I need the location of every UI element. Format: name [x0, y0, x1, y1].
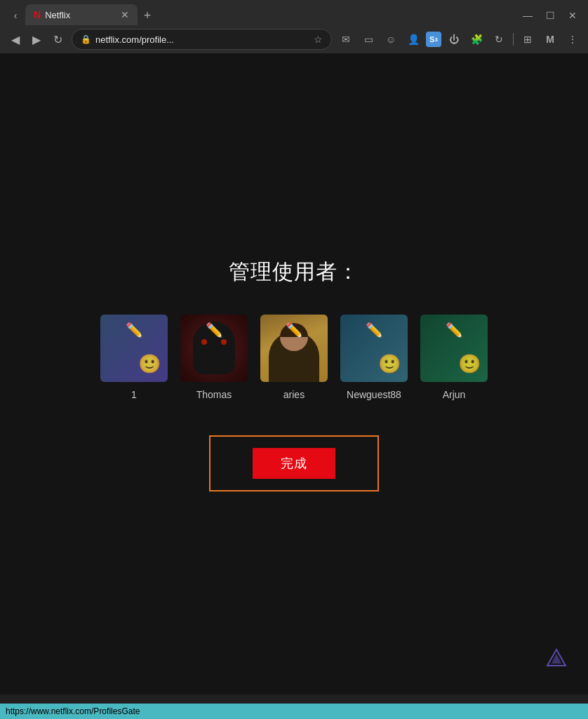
profile-extension-icon[interactable]: 👤 [403, 29, 423, 49]
tab-favicon: N [34, 9, 41, 20]
page-title: 管理使用者： [229, 258, 359, 286]
minimize-button[interactable]: — [518, 6, 537, 25]
new-tab-button[interactable]: + [138, 6, 157, 25]
face-icon-1: 🙂 [138, 353, 161, 375]
pencil-icon-aries: ✏️ [286, 322, 303, 338]
profile-item-arjun[interactable]: ✏️ 🙂 Arjun [420, 315, 488, 400]
emoji-extension-icon[interactable]: ☺ [381, 29, 401, 49]
profile-item-newguest88[interactable]: ✏️ 🙂 Newguest88 [340, 315, 408, 400]
profile-item-1[interactable]: ✏️ 🙂 1 [100, 315, 168, 400]
profile-avatar-1[interactable]: ✏️ 🙂 [100, 315, 168, 382]
profile-name-thomas: Thomas [196, 389, 232, 400]
toolbar-separator [513, 33, 514, 46]
browser-profile-avatar[interactable]: M [540, 29, 560, 49]
pencil-icon-newguest88: ✏️ [366, 322, 383, 338]
maximize-button[interactable]: ☐ [540, 6, 560, 25]
forward-nav-button[interactable]: ▶ [27, 29, 46, 49]
power-extension-icon[interactable]: ⏻ [444, 29, 464, 49]
profile-avatar-arjun[interactable]: ✏️ 🙂 [420, 315, 488, 382]
status-bar: https://www.netflix.com/ProfilesGate [0, 704, 588, 719]
profile-name-arjun: Arjun [443, 389, 466, 400]
pencil-icon-1: ✏️ [126, 322, 143, 338]
close-button[interactable]: ✕ [563, 6, 582, 25]
address-bar: ◀ ▶ ↻ 🔒 netflix.com/profile... ☆ ✉ ▭ ☺ 👤… [0, 25, 588, 53]
profile-item-aries[interactable]: ✏️ aries [260, 315, 328, 400]
pencil-icon-arjun: ✏️ [446, 322, 463, 338]
face-icon-arjun: 🙂 [458, 353, 481, 375]
lock-icon: 🔒 [81, 34, 91, 44]
profile-name-aries: aries [283, 389, 305, 400]
edit-overlay-aries: ✏️ [260, 315, 328, 382]
netflix-page: 管理使用者： ✏️ 🙂 1 ✏️ [0, 54, 588, 694]
profile-item-thomas[interactable]: ✏️ Thomas [180, 315, 248, 400]
done-button-wrapper[interactable]: 完成 [209, 435, 379, 492]
menu-button[interactable]: ⋮ [563, 29, 582, 49]
back-nav-button[interactable]: ◀ [6, 29, 25, 49]
toolbar-icons: ✉ ▭ ☺ 👤 S3 ⏻ 🧩 ↻ ⊞ M ⋮ [336, 29, 582, 49]
address-input[interactable]: 🔒 netflix.com/profile... ☆ [72, 29, 332, 50]
window-controls-right: — ☐ ✕ [518, 6, 582, 25]
profiles-row: ✏️ 🙂 1 ✏️ Thomas [100, 315, 488, 400]
refresh-extension-icon[interactable]: ↻ [489, 29, 509, 49]
window-controls-left: ‹ [6, 6, 25, 25]
pencil-icon-thomas: ✏️ [206, 322, 223, 338]
face-icon-newguest88: 🙂 [378, 353, 401, 375]
refresh-button[interactable]: ↻ [48, 29, 67, 49]
done-button[interactable]: 完成 [253, 448, 335, 479]
nav-controls: ◀ ▶ ↻ [6, 29, 67, 49]
browser-chrome: ‹ N Netflix ✕ + — ☐ ✕ ◀ ▶ ↻ 🔒 netflix.co… [0, 0, 588, 54]
email-extension-icon[interactable]: ✉ [336, 29, 356, 49]
browser-tab[interactable]: N Netflix ✕ [25, 4, 138, 25]
tab-title: Netflix [45, 10, 70, 20]
tab-close-button[interactable]: ✕ [121, 9, 129, 20]
edit-overlay-newguest88: ✏️ 🙂 [340, 315, 408, 382]
profile-name-1: 1 [131, 389, 137, 400]
edit-overlay-thomas: ✏️ [180, 315, 248, 382]
profile-name-newguest88: Newguest88 [347, 389, 401, 400]
tab-extension-icon[interactable]: ▭ [359, 29, 378, 49]
profile-avatar-aries[interactable]: ✏️ [260, 315, 328, 382]
edit-overlay-arjun: ✏️ 🙂 [420, 315, 488, 382]
bookmark-icon[interactable]: ☆ [314, 34, 323, 45]
corner-logo [546, 648, 567, 673]
tab-bar: ‹ N Netflix ✕ + — ☐ ✕ [0, 0, 588, 25]
edit-overlay-1: ✏️ 🙂 [100, 315, 168, 382]
profile-avatar-thomas[interactable]: ✏️ [180, 315, 248, 382]
status-url: https://www.netflix.com/ProfilesGate [6, 706, 140, 716]
back-button[interactable]: ‹ [6, 6, 25, 25]
address-text: netflix.com/profile... [95, 34, 309, 45]
profile-avatar-newguest88[interactable]: ✏️ 🙂 [340, 315, 408, 382]
sidebar-toggle-icon[interactable]: ⊞ [518, 29, 537, 49]
puzzle-extension-icon[interactable]: 🧩 [467, 29, 486, 49]
ext-badge[interactable]: S3 [426, 32, 441, 47]
